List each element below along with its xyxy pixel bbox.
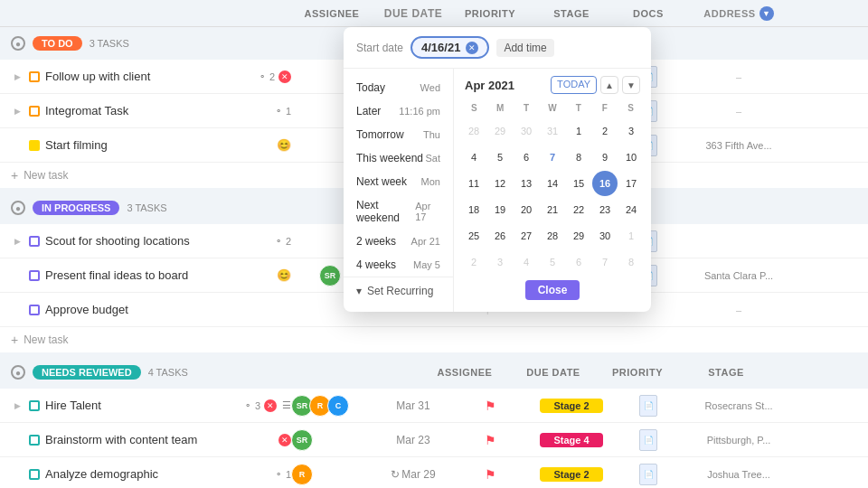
doc-icon[interactable]: 📄 [639,395,657,417]
task-name: Analyze demographic [45,467,266,481]
task-checkbox[interactable] [29,140,40,151]
task-checkbox[interactable] [29,305,40,315]
section-toggle-inprogress[interactable]: ● [11,201,25,215]
new-task-inprogress[interactable]: + New task [0,327,868,352]
cal-day[interactable]: 24 [618,197,644,222]
quick-date-this-weekend[interactable]: This weekend Sat [344,146,453,170]
cal-day[interactable]: 19 [487,197,513,222]
cal-day[interactable]: 8 [618,249,644,275]
cal-day[interactable]: 20 [514,197,539,222]
date-picker-body: Today Wed Later 11:16 pm Tomorrow Thu Th… [344,69,651,312]
quick-date-today[interactable]: Today Wed [344,76,453,99]
remove-icon[interactable]: ✕ [264,399,277,412]
cal-day[interactable]: 10 [618,145,644,170]
cal-day[interactable]: 29 [566,223,591,249]
remove-icon[interactable]: ✕ [278,434,291,446]
cal-day[interactable]: 5 [540,249,565,275]
cal-day[interactable]: 15 [566,171,591,196]
cal-day[interactable]: 17 [618,171,644,196]
cal-day[interactable]: 30 [592,223,618,249]
cal-day[interactable]: 7 [540,145,565,170]
avatar: R [291,464,313,485]
doc-icon[interactable]: 📄 [639,429,657,451]
quick-date-next-week[interactable]: Next week Mon [344,170,453,193]
assignee-cell: SR R C [291,395,373,417]
cal-day[interactable]: 3 [487,249,513,275]
task-checkbox[interactable] [29,236,40,247]
expand-icon[interactable]: ▶ [11,399,24,412]
doc-icon[interactable]: 📄 [639,464,657,485]
address-sort-icon[interactable]: ▼ [760,6,774,21]
cal-day[interactable]: 3 [618,118,644,144]
cal-day[interactable]: 12 [487,171,513,196]
section-toggle-todo[interactable]: ● [11,36,25,51]
cal-day[interactable]: 8 [566,145,591,170]
cal-day[interactable]: 18 [461,197,486,222]
today-button[interactable]: TODAY [551,76,597,94]
cal-day[interactable]: 1 [566,118,591,144]
set-recurring-btn[interactable]: ▾ Set Recurring [344,277,453,305]
add-time-button[interactable]: Add time [496,39,553,57]
main-container: ASSIGNEE DUE DATE PRIORITY STAGE DOCS AD… [0,0,868,488]
task-checkbox[interactable] [29,469,40,480]
cal-day[interactable]: 13 [514,171,539,196]
task-checkbox[interactable] [29,400,40,411]
cal-day[interactable]: 28 [461,118,486,144]
expand-icon[interactable]: ▶ [11,70,24,83]
quick-date-tomorrow[interactable]: Tomorrow Thu [344,123,453,146]
remove-icon[interactable]: ✕ [278,70,291,83]
quick-date-value: May 5 [413,259,440,270]
cal-day[interactable]: 14 [540,171,565,196]
cal-day[interactable]: 23 [592,197,618,222]
cal-day[interactable]: 5 [487,145,513,170]
cal-day[interactable]: 21 [540,197,565,222]
priority-cell: ⚑ [454,399,526,413]
expand-icon[interactable]: ▶ [11,235,24,248]
section-reviewed: ● NEEDS REVIEWED 4 TASKS ASSIGNEE DUE DA… [0,356,868,488]
cal-day[interactable]: 25 [461,223,486,249]
quick-date-value: Mon [421,176,440,187]
cal-day[interactable]: 29 [487,118,513,144]
cal-day[interactable]: 28 [540,223,565,249]
cal-day[interactable]: 1 [618,223,644,249]
date-clear-btn[interactable]: ✕ [466,42,478,54]
task-checkbox[interactable] [29,435,40,446]
expand-icon[interactable]: ▶ [11,105,24,117]
section-toggle-reviewed[interactable]: ● [11,365,25,380]
cal-day[interactable]: 7 [592,249,618,275]
date-input-pill[interactable]: 4/16/21 ✕ [410,36,489,59]
task-checkbox[interactable] [29,71,40,82]
task-checkbox[interactable] [29,270,40,281]
quick-date-value: Apr 21 [411,236,440,247]
cal-day[interactable]: 9 [592,145,618,170]
cal-day[interactable]: 6 [566,249,591,275]
cal-day[interactable]: 2 [592,118,618,144]
cal-day[interactable]: 27 [514,223,539,249]
cal-day[interactable]: 26 [487,223,513,249]
cal-day[interactable]: 22 [566,197,591,222]
weekday: M [487,101,514,115]
cal-day[interactable]: 4 [514,249,539,275]
quick-date-later[interactable]: Later 11:16 pm [344,99,453,123]
cal-day[interactable]: 11 [461,171,486,196]
cal-day[interactable]: 6 [514,145,539,170]
cal-day[interactable]: 2 [461,249,486,275]
col-header-duedate-r: DUE DATE [513,367,594,378]
priority-flag-icon: ⚑ [485,433,496,447]
cal-next-arrow[interactable]: ▼ [622,76,640,94]
task-checkbox[interactable] [29,106,40,117]
cal-day[interactable]: 31 [540,118,565,144]
cal-day[interactable]: 30 [514,118,539,144]
cal-prev-arrow[interactable]: ▲ [600,76,618,94]
calendar-nav: TODAY ▲ ▼ [551,76,640,94]
quick-date-4weeks[interactable]: 4 weeks May 5 [344,253,453,277]
col-header-address: ADDRESS ▼ [680,6,797,21]
address-cell: Joshua Tree... [680,469,797,480]
col-header-assignee: ASSIGNEE [291,8,373,19]
quick-date-2weeks[interactable]: 2 weeks Apr 21 [344,230,453,253]
close-button[interactable]: Close [525,280,580,300]
cal-day[interactable]: 4 [461,145,486,170]
quick-date-value: Wed [420,82,440,93]
cal-day-today[interactable]: 16 [592,171,618,196]
quick-date-next-weekend[interactable]: Next weekend Apr 17 [344,193,453,230]
